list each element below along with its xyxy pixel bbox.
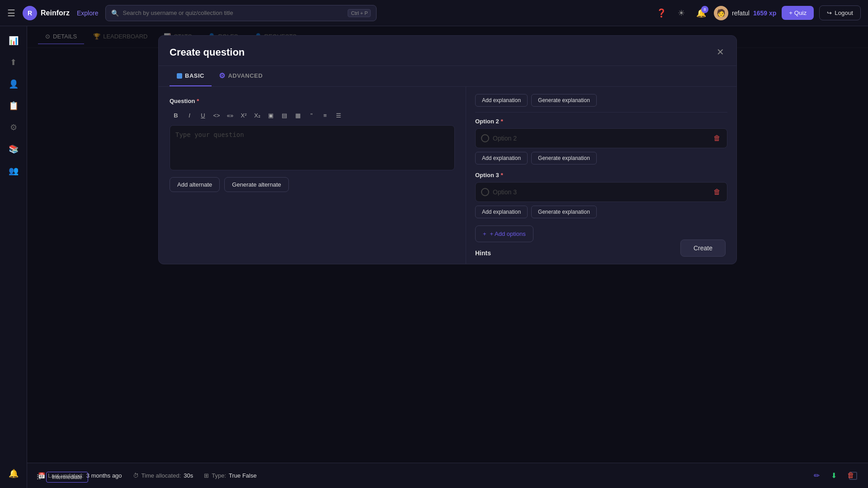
- action-buttons: Add alternate Generate alternate: [170, 177, 455, 192]
- modal-tab-basic[interactable]: BASIC: [170, 66, 212, 86]
- option3-delete-button[interactable]: 🗑: [712, 187, 722, 197]
- option2-delete-button[interactable]: 🗑: [712, 133, 722, 143]
- main-content: ⊙ DETAILS 🏆 LEADERBOARD 📈 STATS 👤 ROLES …: [27, 26, 868, 488]
- theme-icon[interactable]: ☀: [674, 6, 689, 20]
- create-button[interactable]: Create: [680, 239, 726, 257]
- option2-required: *: [501, 118, 503, 125]
- option3-required: *: [501, 172, 503, 178]
- option2-generate-explanation-button[interactable]: Generate explanation: [531, 152, 597, 164]
- download-button[interactable]: ⬇: [827, 469, 840, 482]
- underline-button[interactable]: U: [197, 109, 209, 122]
- option2-explanation-buttons: Add explanation Generate explanation: [475, 152, 727, 164]
- option1-explanation-buttons: Add explanation Generate explanation: [475, 94, 727, 107]
- modal-footer: Create: [670, 232, 736, 264]
- help-icon[interactable]: ❓: [654, 6, 669, 20]
- sidebar-item-upload[interactable]: ⬆: [5, 53, 23, 71]
- option3-label: Option 3 *: [475, 172, 503, 178]
- quote-button[interactable]: ": [305, 109, 318, 122]
- modal-overlay: Create question ✕ BASIC ⚙ ADVANCED: [27, 26, 868, 488]
- option3-input-row: 🗑: [475, 182, 727, 202]
- option1-section-partial: Add explanation Generate explanation: [475, 94, 727, 113]
- box1-button[interactable]: ▣: [264, 109, 277, 122]
- basic-tab-icon: [177, 73, 182, 79]
- option1-add-explanation-button[interactable]: Add explanation: [475, 94, 528, 107]
- bold-button[interactable]: B: [170, 109, 182, 122]
- generate-alternate-button[interactable]: Generate alternate: [224, 177, 288, 192]
- type-value: True False: [229, 472, 257, 479]
- type-icon: ⊞: [204, 472, 209, 479]
- list-button[interactable]: ≡: [319, 109, 331, 122]
- notification-icon[interactable]: 🔔 8: [694, 6, 708, 20]
- option3-header: Option 3 *: [475, 172, 727, 178]
- search-input[interactable]: [123, 9, 344, 16]
- modal-body: Question * B I U <> «» X² X₂ ▣ ▤ ▦: [159, 87, 736, 264]
- bottom-action-buttons: ✏ ⬇ 🗑: [810, 469, 857, 482]
- box3-button[interactable]: ▦: [292, 109, 304, 122]
- sidebar-item-notifications[interactable]: 🔔: [5, 465, 23, 483]
- subscript-button[interactable]: X₂: [251, 109, 264, 122]
- sidebar-item-dashboard[interactable]: 📊: [5, 32, 23, 50]
- option2-input[interactable]: [493, 135, 709, 142]
- add-options-button[interactable]: + + Add options: [475, 225, 533, 242]
- search-icon: 🔍: [111, 9, 119, 17]
- option3-generate-explanation-button[interactable]: Generate explanation: [531, 206, 597, 218]
- time-allocated-value: 30s: [184, 472, 193, 479]
- superscript-button[interactable]: X²: [237, 109, 250, 122]
- nav-icons: ❓ ☀ 🔔 8 🧑 refatul 1659 xp + Quiz ↪ Logou…: [654, 5, 861, 20]
- last-updated-value: 3 months ago: [86, 472, 122, 479]
- option2-label: Option 2 *: [475, 118, 503, 125]
- notification-badge: 8: [701, 6, 708, 13]
- option2-header: Option 2 *: [475, 118, 727, 125]
- option2-radio[interactable]: [481, 134, 489, 142]
- sidebar: 📊 ⬆ 👤 📋 ⚙ 📚 👥 🔔: [0, 26, 27, 488]
- search-bar[interactable]: 🔍 Ctrl + P: [105, 5, 377, 21]
- modal-header: Create question ✕: [159, 36, 736, 66]
- sidebar-item-settings[interactable]: ⚙: [5, 118, 23, 136]
- brand-name: Reinforz: [41, 9, 70, 17]
- delete-button[interactable]: 🗑: [844, 469, 857, 482]
- menu-icon[interactable]: ☰: [7, 8, 15, 19]
- box2-button[interactable]: ▤: [278, 109, 291, 122]
- option3-input[interactable]: [493, 188, 709, 196]
- option2-input-row: 🗑: [475, 128, 727, 148]
- formatting-toolbar: B I U <> «» X² X₂ ▣ ▤ ▦ " ≡ ☰: [170, 109, 455, 122]
- logout-button[interactable]: ↪ Logout: [819, 5, 861, 20]
- sidebar-item-profile[interactable]: 👤: [5, 75, 23, 93]
- plus-icon: +: [483, 230, 486, 237]
- create-question-modal: Create question ✕ BASIC ⚙ ADVANCED: [158, 35, 737, 264]
- option1-generate-explanation-button[interactable]: Generate explanation: [531, 94, 597, 107]
- option3-add-explanation-button[interactable]: Add explanation: [475, 206, 528, 218]
- option2-add-explanation-button[interactable]: Add explanation: [475, 152, 528, 164]
- add-alternate-button[interactable]: Add alternate: [170, 177, 220, 192]
- italic-button[interactable]: I: [183, 109, 196, 122]
- bottom-difficulty-area: ⠿ Intermediate: [36, 472, 88, 483]
- grid-icon[interactable]: ⠿: [36, 473, 42, 482]
- ordered-list-button[interactable]: ☰: [332, 109, 345, 122]
- explore-link[interactable]: Explore: [77, 9, 98, 17]
- avatar: 🧑: [714, 6, 728, 20]
- username: refatul: [732, 9, 750, 17]
- bottom-bar: 📅 Last updated: 3 months ago ⏱ Time allo…: [27, 463, 868, 488]
- time-allocated-item: ⏱ Time allocated: 30s: [133, 472, 193, 479]
- user-info[interactable]: 🧑 refatul 1659 xp: [714, 6, 776, 20]
- question-textarea[interactable]: [170, 125, 455, 170]
- sidebar-item-users[interactable]: 👥: [5, 162, 23, 180]
- difficulty-badge: Intermediate: [46, 472, 88, 483]
- question-field-label: Question *: [170, 98, 455, 104]
- edit-button[interactable]: ✏: [810, 469, 823, 482]
- sidebar-item-collections[interactable]: 📋: [5, 97, 23, 115]
- hints-label: Hints: [475, 249, 491, 257]
- search-shortcut: Ctrl + P: [348, 9, 371, 17]
- xp-badge: 1659 xp: [753, 9, 776, 17]
- quiz-button[interactable]: + Quiz: [782, 6, 814, 20]
- code-button[interactable]: <>: [210, 109, 223, 122]
- code-block-button[interactable]: «»: [224, 109, 236, 122]
- option3-radio[interactable]: [481, 188, 489, 196]
- sidebar-item-library[interactable]: 📚: [5, 140, 23, 158]
- type-item: ⊞ Type: True False: [204, 472, 256, 479]
- left-panel: Question * B I U <> «» X² X₂ ▣ ▤ ▦: [159, 87, 466, 264]
- modal-close-button[interactable]: ✕: [713, 45, 727, 59]
- top-navigation: ☰ R Reinforz Explore 🔍 Ctrl + P ❓ ☀ 🔔 8 …: [0, 0, 868, 26]
- required-indicator: *: [197, 98, 199, 104]
- modal-tab-advanced[interactable]: ⚙ ADVANCED: [212, 66, 270, 86]
